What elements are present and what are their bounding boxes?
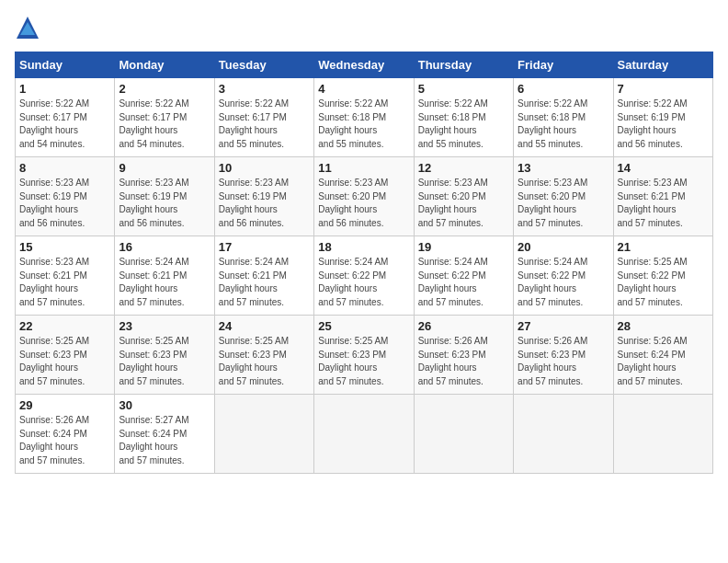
calendar-day-cell: 4Sunrise: 5:22 AMSunset: 6:18 PMDaylight… [314,78,414,157]
day-number: 13 [518,161,609,175]
calendar-day-cell: 5Sunrise: 5:22 AMSunset: 6:18 PMDaylight… [414,78,513,157]
calendar-table: Sunday Monday Tuesday Wednesday Thursday… [15,52,713,474]
day-info: Sunrise: 5:23 AMSunset: 6:20 PMDaylight … [518,177,609,230]
calendar-week-row: 22Sunrise: 5:25 AMSunset: 6:23 PMDayligh… [16,316,713,395]
day-info: Sunrise: 5:25 AMSunset: 6:22 PMDaylight … [618,256,709,309]
calendar-day-cell: 29Sunrise: 5:26 AMSunset: 6:24 PMDayligh… [16,395,115,474]
calendar-day-cell: 10Sunrise: 5:23 AMSunset: 6:19 PMDayligh… [214,157,313,236]
header-friday: Friday [514,52,613,78]
calendar-day-cell: 8Sunrise: 5:23 AMSunset: 6:19 PMDaylight… [16,157,115,236]
day-info: Sunrise: 5:26 AMSunset: 6:23 PMDaylight … [518,335,609,388]
calendar-day-cell [314,395,414,474]
day-number: 15 [19,240,110,254]
calendar-day-cell: 18Sunrise: 5:24 AMSunset: 6:22 PMDayligh… [314,236,414,316]
calendar-day-cell: 7Sunrise: 5:22 AMSunset: 6:19 PMDaylight… [613,78,712,157]
day-info: Sunrise: 5:22 AMSunset: 6:17 PMDaylight … [19,98,110,151]
day-info: Sunrise: 5:23 AMSunset: 6:19 PMDaylight … [19,177,110,230]
calendar-day-cell: 9Sunrise: 5:23 AMSunset: 6:19 PMDaylight… [115,157,214,236]
calendar-week-row: 1Sunrise: 5:22 AMSunset: 6:17 PMDaylight… [16,78,713,157]
day-number: 16 [119,240,210,254]
calendar-body: 1Sunrise: 5:22 AMSunset: 6:17 PMDaylight… [16,78,713,474]
day-number: 30 [119,398,210,412]
logo-icon [15,15,40,40]
header-saturday: Saturday [613,52,712,78]
day-number: 26 [418,319,509,333]
day-number: 17 [219,240,310,254]
day-info: Sunrise: 5:27 AMSunset: 6:24 PMDaylight … [119,414,210,467]
calendar-day-cell: 12Sunrise: 5:23 AMSunset: 6:20 PMDayligh… [414,157,513,236]
day-number: 23 [119,319,210,333]
day-info: Sunrise: 5:24 AMSunset: 6:22 PMDaylight … [318,256,409,309]
calendar-week-row: 8Sunrise: 5:23 AMSunset: 6:19 PMDaylight… [16,157,713,236]
day-info: Sunrise: 5:26 AMSunset: 6:24 PMDaylight … [618,335,709,388]
calendar-day-cell: 22Sunrise: 5:25 AMSunset: 6:23 PMDayligh… [16,316,115,395]
calendar-day-cell: 15Sunrise: 5:23 AMSunset: 6:21 PMDayligh… [16,236,115,316]
header-monday: Monday [115,52,214,78]
day-info: Sunrise: 5:22 AMSunset: 6:18 PMDaylight … [518,98,609,151]
logo [15,15,44,40]
header-tuesday: Tuesday [214,52,313,78]
day-number: 25 [318,319,409,333]
calendar-day-cell: 23Sunrise: 5:25 AMSunset: 6:23 PMDayligh… [115,316,214,395]
day-info: Sunrise: 5:26 AMSunset: 6:24 PMDaylight … [19,414,110,467]
calendar-day-cell: 17Sunrise: 5:24 AMSunset: 6:21 PMDayligh… [214,236,313,316]
day-info: Sunrise: 5:24 AMSunset: 6:21 PMDaylight … [219,256,310,309]
calendar-day-cell: 11Sunrise: 5:23 AMSunset: 6:20 PMDayligh… [314,157,414,236]
day-info: Sunrise: 5:24 AMSunset: 6:21 PMDaylight … [119,256,210,309]
day-info: Sunrise: 5:22 AMSunset: 6:18 PMDaylight … [318,98,409,151]
day-info: Sunrise: 5:25 AMSunset: 6:23 PMDaylight … [19,335,110,388]
day-number: 12 [418,161,509,175]
day-number: 14 [618,161,709,175]
weekday-row: Sunday Monday Tuesday Wednesday Thursday… [16,52,713,78]
calendar-day-cell: 19Sunrise: 5:24 AMSunset: 6:22 PMDayligh… [414,236,513,316]
day-info: Sunrise: 5:23 AMSunset: 6:21 PMDaylight … [19,256,110,309]
calendar-day-cell: 14Sunrise: 5:23 AMSunset: 6:21 PMDayligh… [613,157,712,236]
day-info: Sunrise: 5:25 AMSunset: 6:23 PMDaylight … [219,335,310,388]
calendar-day-cell: 26Sunrise: 5:26 AMSunset: 6:23 PMDayligh… [414,316,513,395]
day-number: 21 [618,240,709,254]
day-number: 22 [19,319,110,333]
day-info: Sunrise: 5:22 AMSunset: 6:17 PMDaylight … [219,98,310,151]
day-number: 10 [219,161,310,175]
day-info: Sunrise: 5:22 AMSunset: 6:18 PMDaylight … [418,98,509,151]
calendar-day-cell: 1Sunrise: 5:22 AMSunset: 6:17 PMDaylight… [16,78,115,157]
day-info: Sunrise: 5:23 AMSunset: 6:20 PMDaylight … [318,177,409,230]
day-number: 6 [518,82,609,96]
calendar-day-cell [414,395,513,474]
calendar-day-cell: 3Sunrise: 5:22 AMSunset: 6:17 PMDaylight… [214,78,313,157]
day-number: 19 [418,240,509,254]
day-info: Sunrise: 5:22 AMSunset: 6:17 PMDaylight … [119,98,210,151]
day-number: 9 [119,161,210,175]
calendar-day-cell: 13Sunrise: 5:23 AMSunset: 6:20 PMDayligh… [514,157,613,236]
day-info: Sunrise: 5:26 AMSunset: 6:23 PMDaylight … [418,335,509,388]
day-info: Sunrise: 5:23 AMSunset: 6:20 PMDaylight … [418,177,509,230]
calendar-header: Sunday Monday Tuesday Wednesday Thursday… [16,52,713,78]
page-header [15,15,713,40]
calendar-day-cell: 20Sunrise: 5:24 AMSunset: 6:22 PMDayligh… [514,236,613,316]
day-info: Sunrise: 5:24 AMSunset: 6:22 PMDaylight … [518,256,609,309]
day-info: Sunrise: 5:23 AMSunset: 6:19 PMDaylight … [119,177,210,230]
day-number: 1 [19,82,110,96]
calendar-day-cell: 2Sunrise: 5:22 AMSunset: 6:17 PMDaylight… [115,78,214,157]
calendar-day-cell: 27Sunrise: 5:26 AMSunset: 6:23 PMDayligh… [514,316,613,395]
calendar-week-row: 29Sunrise: 5:26 AMSunset: 6:24 PMDayligh… [16,395,713,474]
calendar-day-cell [514,395,613,474]
day-number: 11 [318,161,409,175]
day-number: 20 [518,240,609,254]
day-number: 8 [19,161,110,175]
day-number: 4 [318,82,409,96]
calendar-day-cell: 6Sunrise: 5:22 AMSunset: 6:18 PMDaylight… [514,78,613,157]
day-number: 18 [318,240,409,254]
calendar-day-cell: 25Sunrise: 5:25 AMSunset: 6:23 PMDayligh… [314,316,414,395]
day-number: 2 [119,82,210,96]
day-number: 28 [618,319,709,333]
header-wednesday: Wednesday [314,52,414,78]
day-number: 27 [518,319,609,333]
day-number: 29 [19,398,110,412]
calendar-day-cell: 16Sunrise: 5:24 AMSunset: 6:21 PMDayligh… [115,236,214,316]
day-info: Sunrise: 5:23 AMSunset: 6:21 PMDaylight … [618,177,709,230]
calendar-day-cell [214,395,313,474]
calendar-day-cell [613,395,712,474]
day-info: Sunrise: 5:25 AMSunset: 6:23 PMDaylight … [318,335,409,388]
header-sunday: Sunday [16,52,115,78]
